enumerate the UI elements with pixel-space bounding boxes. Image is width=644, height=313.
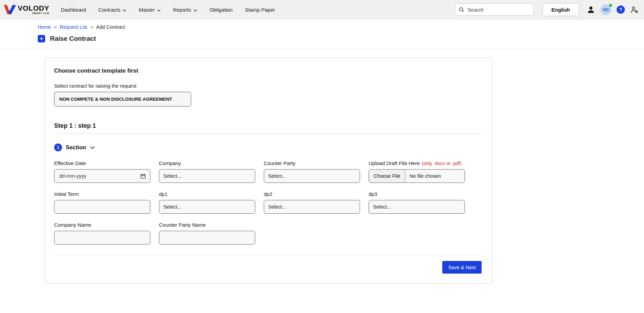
- save-next-button[interactable]: Save & Next: [442, 261, 482, 274]
- language-button[interactable]: English: [542, 3, 579, 16]
- field-dp2: dp2 Select...: [264, 191, 360, 214]
- main-nav: Dashboard Contracts Master Reports Oblig…: [61, 7, 275, 13]
- dp2-select-value: Select...: [268, 204, 286, 210]
- upload-draft-label: Upload Draft File Here: [369, 160, 420, 166]
- nav-contracts[interactable]: Contracts: [98, 7, 126, 13]
- top-navbar: VOLODY SMART CLM Dashboard Contracts Mas…: [0, 0, 644, 20]
- breadcrumb-separator: >: [90, 25, 93, 30]
- dp1-label: dp1: [159, 191, 255, 197]
- add-contract-icon[interactable]: +: [38, 35, 45, 42]
- field-counter-party-name: Counter Party Name: [159, 222, 255, 245]
- choose-file-button[interactable]: Choose File: [369, 170, 405, 183]
- contract-template-select[interactable]: NON COMPETE & NON DISCLOSURE AGREEMENT: [54, 92, 191, 107]
- dp1-select-value: Select...: [163, 204, 181, 210]
- breadcrumb: Home > Request List > Add Contract: [38, 24, 644, 30]
- company-label: Company: [159, 160, 255, 166]
- search-input[interactable]: [467, 7, 530, 13]
- calendar-icon[interactable]: [140, 173, 146, 179]
- avatar[interactable]: VC: [600, 4, 611, 15]
- dp3-select-value: Select...: [373, 204, 391, 210]
- nav-dashboard[interactable]: Dashboard: [61, 7, 86, 13]
- field-company: Company Select...: [159, 160, 255, 183]
- search-icon: [459, 7, 464, 12]
- company-select[interactable]: Select...: [159, 169, 255, 183]
- contract-template-value: NON COMPETE & NON DISCLOSURE AGREEMENT: [59, 97, 172, 102]
- user-key-icon[interactable]: [630, 5, 639, 14]
- page-title: Raise Contract: [50, 35, 96, 42]
- company-name-control: [54, 231, 150, 245]
- chevron-down-icon: [90, 145, 95, 151]
- company-name-label: Company Name: [54, 222, 150, 228]
- template-heading: Choose contract template first: [54, 67, 482, 74]
- nav-master-label: Master: [139, 7, 154, 13]
- counter-party-name-input[interactable]: [163, 235, 251, 241]
- file-chosen-status: No file chosen: [405, 173, 445, 179]
- upload-file-input[interactable]: Choose File No file chosen: [369, 169, 465, 183]
- dp2-select[interactable]: Select...: [264, 200, 360, 214]
- section-form: Effective Date Company Select... Counter…: [54, 160, 482, 245]
- breadcrumb-current: Add Contract: [96, 24, 125, 30]
- field-initial-term: Initial Term: [54, 191, 150, 214]
- breadcrumb-request-list[interactable]: Request List: [60, 24, 87, 30]
- step-divider: [54, 134, 482, 134]
- volody-logo-icon: [3, 4, 16, 15]
- chevron-down-icon: [123, 7, 126, 13]
- dp2-label: dp2: [264, 191, 360, 197]
- company-name-input[interactable]: [59, 235, 146, 241]
- footer-divider: [54, 255, 482, 255]
- section-number-badge: 1: [54, 143, 62, 151]
- nav-obligation-label: Obligation: [210, 7, 233, 13]
- brand-logo[interactable]: VOLODY SMART CLM: [3, 4, 49, 15]
- brand-tagline: SMART CLM: [18, 12, 49, 15]
- user-icon[interactable]: [586, 5, 595, 14]
- field-effective-date: Effective Date: [54, 160, 150, 183]
- dp3-select[interactable]: Select...: [369, 200, 465, 214]
- template-select-label: Select contract for raising the request: [54, 83, 482, 89]
- nav-reports[interactable]: Reports: [173, 7, 197, 13]
- dp3-label: dp3: [369, 191, 465, 197]
- online-status-dot: [609, 4, 612, 7]
- nav-stamp-paper-label: Stamp Paper: [245, 7, 275, 13]
- breadcrumb-separator: >: [54, 25, 57, 30]
- nav-contracts-label: Contracts: [98, 7, 120, 13]
- chevron-down-icon: [194, 7, 197, 13]
- counter-party-label: Counter Party: [264, 160, 360, 166]
- help-label: ?: [619, 7, 622, 12]
- field-counter-party: Counter Party Select...: [264, 160, 360, 183]
- field-company-name: Company Name: [54, 222, 150, 245]
- brand-name: VOLODY: [18, 4, 49, 12]
- nav-obligation[interactable]: Obligation: [210, 7, 233, 13]
- nav-stamp-paper[interactable]: Stamp Paper: [245, 7, 275, 13]
- chevron-down-icon: [157, 7, 161, 13]
- initial-term-label: Initial Term: [54, 191, 150, 197]
- counter-party-select[interactable]: Select...: [264, 169, 360, 183]
- company-select-value: Select...: [163, 173, 181, 179]
- main-content: Choose contract template first Select co…: [0, 49, 644, 297]
- page-header: Home > Request List > Add Contract + Rai…: [0, 20, 644, 49]
- help-icon[interactable]: ?: [617, 5, 625, 14]
- field-dp1: dp1 Select...: [159, 191, 255, 214]
- effective-date-label: Effective Date: [54, 160, 150, 166]
- section-label: Section: [66, 144, 86, 151]
- effective-date-control: [54, 169, 150, 183]
- field-upload-draft: Upload Draft File Here (only .docx or .p…: [369, 160, 465, 183]
- section-toggle[interactable]: 1 Section: [54, 143, 482, 151]
- counter-party-name-label: Counter Party Name: [159, 222, 255, 228]
- raise-contract-card: Choose contract template first Select co…: [45, 58, 492, 284]
- initial-term-control: [54, 200, 150, 214]
- counter-party-name-control: [159, 231, 255, 245]
- step-heading: Step 1 : step 1: [54, 122, 482, 129]
- breadcrumb-home[interactable]: Home: [38, 24, 51, 30]
- counter-party-select-value: Select...: [268, 173, 286, 179]
- dp1-select[interactable]: Select...: [159, 200, 255, 214]
- effective-date-input[interactable]: [59, 173, 137, 179]
- initial-term-input[interactable]: [59, 204, 146, 210]
- search-box: [455, 3, 534, 16]
- nav-reports-label: Reports: [173, 7, 191, 13]
- nav-master[interactable]: Master: [139, 7, 161, 13]
- field-dp3: dp3 Select...: [369, 191, 465, 214]
- avatar-initials: VC: [603, 7, 609, 12]
- nav-dashboard-label: Dashboard: [61, 7, 86, 13]
- upload-draft-hint: (only .docx or .pdf): [422, 161, 461, 166]
